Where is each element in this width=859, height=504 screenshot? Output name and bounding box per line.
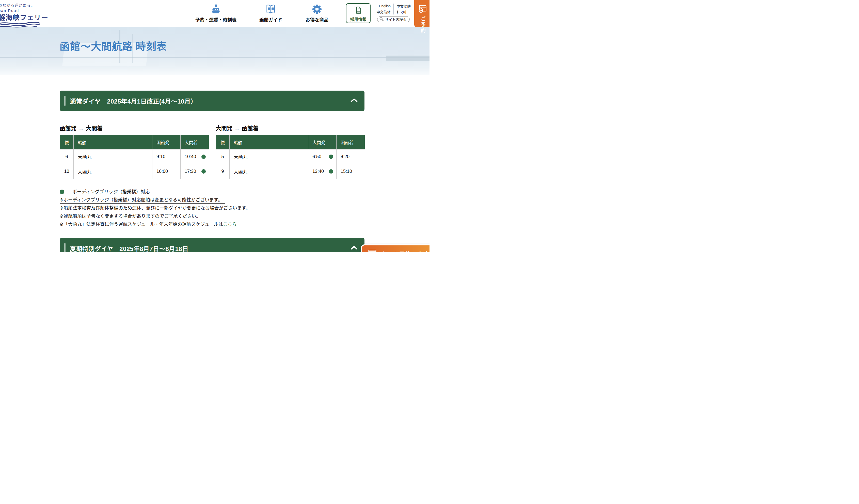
logo-waves-icon — [0, 22, 48, 29]
col-header-arrival: 函館着 — [336, 135, 365, 149]
cell-departure: 16:00 — [152, 164, 181, 179]
boarding-bridge-dot — [329, 169, 333, 174]
lang-chinese-simplified[interactable]: 中文简体 — [373, 10, 393, 14]
cell-trip-no: 9 — [216, 164, 230, 179]
nav-item-boarding-guide[interactable]: 乗船ガイド — [248, 3, 293, 23]
open-book-icon — [248, 3, 293, 15]
table-row: 10 大函丸 16:00 17:30 — [60, 164, 209, 179]
site-search-button[interactable]: サイト内検索 — [377, 16, 410, 22]
logo-brand: 軽海峡フェリー — [0, 12, 48, 22]
note-line: ※船舶法定検査及び船体整備のため運休、並びに一部ダイヤが変更になる場合がございま… — [60, 206, 364, 211]
col-header-ship: 船舶 — [230, 135, 308, 149]
title-to: 函館着 — [242, 125, 259, 131]
col-header-departure: 函館発 — [152, 135, 181, 149]
nav-item-deals[interactable]: お得な商品 — [294, 3, 340, 23]
accordion-title: 夏期特別ダイヤ 2025年8月7日〜8月18日 — [70, 244, 189, 252]
recruit-info-button[interactable]: 採用情報 — [346, 3, 371, 23]
search-label: サイト内検索 — [385, 17, 406, 22]
arrow-right-icon: → — [78, 125, 84, 131]
table-title: 函館発→大間着 — [60, 124, 209, 131]
cell-arrival: 10:40 — [181, 149, 209, 164]
accordion-normal-schedule[interactable]: 通常ダイヤ 2025年4月1日改正(4月〜10月） — [60, 91, 364, 111]
col-header-trip: 便 — [60, 135, 74, 149]
nav-label: 乗船ガイド — [248, 16, 293, 23]
ship-icon — [193, 3, 239, 15]
cell-ship: 大函丸 — [230, 149, 308, 164]
chevron-up-icon — [350, 246, 358, 251]
reserve-button-label: ネット予約・空席照会 — [381, 250, 430, 252]
col-header-departure: 大間発 — [308, 135, 336, 149]
legend-text: … ボーディングブリッジ（搭乗橋）対応 — [66, 189, 150, 194]
cell-departure: 9:10 — [152, 149, 181, 164]
timetable-hakodate-to-oma: 函館発→大間着 便 船舶 函館発 大間着 6 大函丸 9:10 — [60, 124, 209, 179]
note-line: ※運航船舶は予告なく変更する場合がありますのでご了承ください。 — [60, 214, 364, 219]
hero-photo-pier-line — [0, 57, 430, 58]
table-row: 6 大函丸 9:10 10:40 — [60, 149, 209, 164]
main-content: 通常ダイヤ 2025年4月1日改正(4月〜10月） 函館発→大間着 便 船舶 函… — [60, 75, 364, 252]
nav-divider — [340, 5, 340, 22]
kochira-link[interactable]: こちら — [223, 222, 237, 227]
net-reservation-button[interactable]: ネット予約・空席照会 — [361, 245, 430, 252]
table-header-row: 便 船舶 函館発 大間着 — [60, 135, 209, 149]
title-from: 大間発 — [216, 125, 232, 131]
cell-departure: 13:40 — [308, 164, 336, 179]
boarding-bridge-dot — [60, 190, 64, 194]
language-switcher: English 中文繁體 中文简体 한국어 — [373, 3, 414, 15]
reservation-side-tab[interactable]: ご予約 — [414, 0, 430, 27]
note-text: ※「大函丸」法定検査に伴う運航スケジュール・年末年始の運航スケジュールは — [60, 222, 223, 227]
notes-section: … ボーディングブリッジ（搭乗橋）対応 ※ボーディングブリッジ（搭乗橋）対応船舶… — [60, 190, 364, 227]
title-to: 大間着 — [86, 125, 103, 131]
col-header-arrival: 大間着 — [181, 135, 209, 149]
table-row: 9 大函丸 13:40 15:10 — [216, 164, 365, 179]
page-title: 函館〜大間航路 時刻表 — [60, 38, 167, 53]
cell-trip-no: 10 — [60, 164, 74, 179]
cell-ship: 大函丸 — [74, 149, 152, 164]
calendar-check-icon — [418, 3, 430, 15]
note-line: ※ボーディングブリッジ（搭乗橋）対応船舶は変更となる可能性がございます。 — [60, 198, 364, 203]
boarding-bridge-dot — [201, 169, 206, 174]
cell-trip-no: 6 — [60, 149, 74, 164]
note-underlined: ※ボーディングブリッジ（搭乗橋）対応船舶は変更となる可能性がございます。 — [60, 198, 225, 204]
nav-label: 予約・運賃・時刻表 — [193, 16, 239, 23]
site-header: のながる道がある。 ean Road 軽海峡フェリー — [0, 0, 430, 27]
boarding-bridge-dot — [201, 155, 206, 159]
lang-english[interactable]: English — [373, 4, 393, 8]
cell-departure: 6:50 — [308, 149, 336, 164]
site-logo[interactable]: のながる道がある。 ean Road 軽海峡フェリー — [0, 2, 48, 29]
lang-chinese-traditional[interactable]: 中文繁體 — [393, 3, 414, 9]
lang-korean[interactable]: 한국어 — [393, 10, 414, 14]
cell-trip-no: 5 — [216, 149, 230, 164]
banner-accent-bar — [64, 96, 65, 106]
accordion-summer-schedule[interactable]: 夏期特別ダイヤ 2025年8月7日〜8月18日 — [60, 238, 364, 252]
timetable-oma-to-hakodate: 大間発→函館着 便 船舶 大間発 函館着 5 大函丸 6:50 — [216, 124, 365, 179]
legend-line: … ボーディングブリッジ（搭乗橋）対応 — [60, 190, 364, 194]
badge-heart-icon — [294, 3, 340, 15]
note-line: ※「大函丸」法定検査に伴う運航スケジュール・年末年始の運航スケジュールはこちら — [60, 222, 364, 227]
cell-arrival: 15:10 — [336, 164, 365, 179]
col-header-ship: 船舶 — [74, 135, 152, 149]
cell-arrival: 8:20 — [336, 149, 365, 164]
reserve-tab-label: ご予約 — [419, 16, 426, 34]
timetables: 函館発→大間着 便 船舶 函館発 大間着 6 大函丸 9:10 — [60, 124, 364, 179]
hero-banner: 函館〜大間航路 時刻表 — [0, 27, 430, 75]
logo-tagline: のながる道がある。 — [0, 2, 48, 7]
resume-icon — [346, 6, 370, 15]
cell-arrival: 17:30 — [181, 164, 209, 179]
title-from: 函館発 — [60, 125, 76, 131]
chevron-up-icon — [350, 98, 358, 104]
banner-accent-bar — [64, 243, 65, 252]
cell-ship: 大函丸 — [74, 164, 152, 179]
accordion-title: 通常ダイヤ 2025年4月1日改正(4月〜10月） — [70, 96, 197, 105]
table-row: 5 大函丸 6:50 8:20 — [216, 149, 365, 164]
monitor-reservation-icon — [367, 249, 377, 252]
nav-item-reservation-fare-timetable[interactable]: 予約・運賃・時刻表 — [193, 3, 239, 23]
search-icon — [379, 17, 383, 22]
nav-label: お得な商品 — [294, 16, 340, 23]
col-header-trip: 便 — [216, 135, 230, 149]
arrow-right-icon: → — [235, 125, 240, 131]
table-title: 大間発→函館着 — [216, 124, 365, 131]
hero-photo-dock — [386, 56, 430, 61]
table-header-row: 便 船舶 大間発 函館着 — [216, 135, 365, 149]
recruit-label: 採用情報 — [346, 16, 370, 22]
boarding-bridge-dot — [329, 155, 333, 159]
